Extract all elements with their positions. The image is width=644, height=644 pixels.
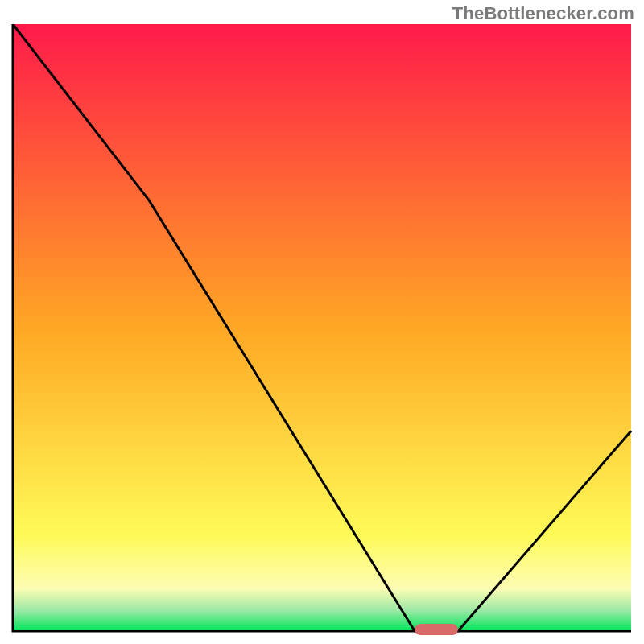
attribution-text: TheBottlenecker.com: [452, 3, 634, 24]
bottleneck-chart: [8, 24, 636, 636]
chart-background: [13, 24, 631, 631]
optimal-range-marker: [415, 624, 458, 635]
chart-svg: [8, 24, 636, 636]
